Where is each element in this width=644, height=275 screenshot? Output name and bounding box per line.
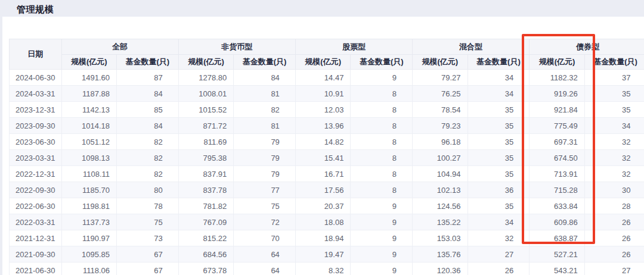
cell-date: 2024-06-30 [10, 70, 62, 86]
cell-date: 2022-03-31 [10, 214, 62, 230]
cell-fund-count: 82 [117, 134, 179, 150]
table-row: 2021-06-301118.0667673.78648.329120.3626… [10, 262, 644, 275]
cell-fund-count: 35 [467, 118, 530, 134]
cell-fund-count: 9 [351, 70, 413, 86]
cell-scale: 102.13 [413, 182, 468, 198]
table-header: 日期 全部 非货币型 股票型 混合型 债券型 规模(亿元) 基金数量(只) 规模… [10, 39, 644, 70]
cell-scale: 1118.06 [61, 262, 117, 275]
cell-fund-count: 9 [351, 246, 413, 262]
cell-fund-count: 35 [467, 166, 530, 182]
cell-fund-count: 79 [234, 134, 296, 150]
cell-scale: 1190.97 [61, 230, 117, 246]
cell-scale: 18.94 [295, 230, 351, 246]
subheader-count-bond: 基金数量(只) [584, 55, 644, 70]
cell-fund-count: 75 [234, 198, 296, 214]
cell-date: 2024-03-31 [10, 86, 62, 102]
cell-scale: 1108.11 [61, 166, 117, 182]
cell-fund-count: 27 [584, 262, 644, 275]
cell-fund-count: 8 [351, 150, 413, 166]
cell-scale: 638.87 [530, 230, 585, 246]
cell-fund-count: 64 [234, 262, 296, 275]
cell-scale: 79.23 [413, 118, 468, 134]
cell-fund-count: 32 [584, 134, 644, 150]
table-row: 2022-03-311137.7375767.097218.089135.223… [10, 214, 644, 230]
cell-date: 2023-09-30 [10, 118, 62, 134]
cell-scale: 18.08 [295, 214, 351, 230]
cell-scale: 1187.88 [61, 86, 117, 102]
cell-fund-count: 84 [117, 118, 179, 134]
table-row: 2021-09-301095.8567684.566419.479135.762… [10, 246, 644, 262]
cell-scale: 811.69 [178, 134, 234, 150]
cell-fund-count: 67 [117, 262, 179, 275]
cell-fund-count: 35 [467, 102, 530, 118]
cell-scale: 837.91 [178, 166, 234, 182]
cell-scale: 715.28 [530, 182, 585, 198]
cell-fund-count: 8 [351, 102, 413, 118]
cell-scale: 1137.73 [61, 214, 117, 230]
cell-scale: 20.37 [295, 198, 351, 214]
cell-scale: 8.32 [295, 262, 351, 275]
cell-fund-count: 35 [467, 198, 530, 214]
subheader-count-stock: 基金数量(只) [351, 55, 413, 70]
cell-scale: 17.56 [295, 182, 351, 198]
table-row: 2023-09-301014.1884871.728113.96879.2335… [10, 118, 644, 134]
cell-fund-count: 78 [117, 198, 179, 214]
cell-fund-count: 79 [234, 166, 296, 182]
cell-date: 2021-06-30 [10, 262, 62, 275]
cell-fund-count: 73 [117, 230, 179, 246]
table-row: 2023-03-311098.1382795.387915.418100.273… [10, 150, 644, 166]
cell-fund-count: 85 [117, 102, 179, 118]
cell-fund-count: 36 [467, 182, 530, 198]
subheader-scale-bond: 规模(亿元) [530, 55, 585, 70]
cell-fund-count: 8 [351, 182, 413, 198]
cell-scale: 124.56 [413, 198, 468, 214]
cell-fund-count: 37 [584, 70, 644, 86]
cell-fund-count: 34 [467, 70, 530, 86]
cell-fund-count: 84 [117, 86, 179, 102]
cell-scale: 153.03 [413, 230, 468, 246]
cell-scale: 543.21 [530, 262, 585, 275]
cell-scale: 633.84 [530, 198, 585, 214]
cell-scale: 135.76 [413, 246, 468, 262]
cell-fund-count: 84 [234, 70, 296, 86]
group-header-bond: 债券型 [530, 39, 644, 55]
cell-fund-count: 81 [234, 118, 296, 134]
cell-scale: 100.27 [413, 150, 468, 166]
cell-fund-count: 82 [234, 102, 296, 118]
cell-scale: 15.41 [295, 150, 351, 166]
cell-scale: 135.22 [413, 214, 468, 230]
cell-scale: 13.96 [295, 118, 351, 134]
cell-scale: 1182.32 [530, 70, 585, 86]
cell-fund-count: 79 [234, 150, 296, 166]
cell-fund-count: 26 [467, 262, 530, 275]
cell-fund-count: 8 [351, 86, 413, 102]
cell-date: 2022-06-30 [10, 198, 62, 214]
cell-scale: 120.36 [413, 262, 468, 275]
cell-scale: 14.82 [295, 134, 351, 150]
cell-fund-count: 30 [584, 182, 644, 198]
cell-scale: 79.27 [413, 70, 468, 86]
cell-scale: 104.94 [413, 166, 468, 182]
cell-fund-count: 77 [234, 182, 296, 198]
cell-fund-count: 82 [117, 150, 179, 166]
cell-date: 2022-09-30 [10, 182, 62, 198]
table-row: 2022-09-301185.7080837.787717.568102.133… [10, 182, 644, 198]
table-body: 2024-06-301491.60871278.808414.47979.273… [10, 70, 644, 275]
cell-scale: 697.31 [530, 134, 585, 150]
cell-fund-count: 28 [584, 198, 644, 214]
cell-fund-count: 9 [351, 198, 413, 214]
cell-fund-count: 72 [234, 214, 296, 230]
table-row: 2023-06-301051.1282811.697914.82896.1835… [10, 134, 644, 150]
subheader-scale-non-monetary: 规模(亿元) [178, 55, 234, 70]
cell-scale: 837.78 [178, 182, 234, 198]
group-header-non-monetary: 非货币型 [178, 39, 295, 55]
cell-scale: 775.49 [530, 118, 585, 134]
subheader-count-hybrid: 基金数量(只) [467, 55, 530, 70]
cell-scale: 1491.60 [61, 70, 117, 86]
cell-scale: 1098.13 [61, 150, 117, 166]
cell-scale: 1185.70 [61, 182, 117, 198]
cell-scale: 14.47 [295, 70, 351, 86]
cell-scale: 1014.18 [61, 118, 117, 134]
cell-fund-count: 26 [584, 246, 644, 262]
cell-fund-count: 87 [117, 70, 179, 86]
